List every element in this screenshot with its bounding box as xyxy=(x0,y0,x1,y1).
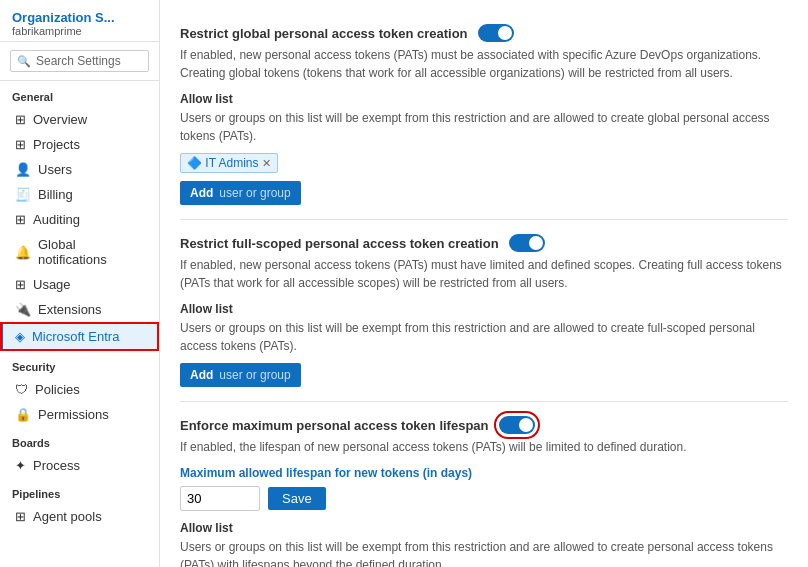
section-label-pipelines: Pipelines xyxy=(0,478,159,504)
main-content: Restrict global personal access token cr… xyxy=(160,0,808,567)
global-pat-title: Restrict global personal access token cr… xyxy=(180,26,468,41)
full-scoped-pat-desc: If enabled, new personal access tokens (… xyxy=(180,256,788,292)
sidebar-item-global-notifications-label: Global notifications xyxy=(38,237,147,267)
sidebar-item-permissions-label: Permissions xyxy=(38,407,109,422)
max-lifespan-field-label: Maximum allowed lifespan for new tokens … xyxy=(180,466,788,480)
global-pat-tags: 🔷 IT Admins ✕ xyxy=(180,153,788,173)
sidebar-item-agent-pools-label: Agent pools xyxy=(33,509,102,524)
sidebar-item-policies[interactable]: 🛡 Policies xyxy=(0,377,159,402)
auditing-icon: ⊞ xyxy=(15,212,26,227)
sidebar-search-area[interactable]: 🔍 Search Settings xyxy=(0,42,159,81)
agent-pools-icon: ⊞ xyxy=(15,509,26,524)
microsoft-entra-icon: ◈ xyxy=(15,329,25,344)
sidebar-item-auditing[interactable]: ⊞ Auditing xyxy=(0,207,159,232)
sidebar-item-agent-pools[interactable]: ⊞ Agent pools xyxy=(0,504,159,529)
toggle-row-max-lifespan: Enforce maximum personal access token li… xyxy=(180,416,788,434)
sidebar-item-microsoft-entra-label: Microsoft Entra xyxy=(32,329,119,344)
full-scoped-allow-list-label: Allow list xyxy=(180,302,788,316)
block-max-lifespan: Enforce maximum personal access token li… xyxy=(180,402,788,567)
global-pat-desc: If enabled, new personal access tokens (… xyxy=(180,46,788,82)
sidebar-item-extensions[interactable]: 🔌 Extensions xyxy=(0,297,159,322)
sidebar-item-users-label: Users xyxy=(38,162,72,177)
block-global-pat: Restrict global personal access token cr… xyxy=(180,10,788,220)
sidebar-item-extensions-label: Extensions xyxy=(38,302,102,317)
sidebar-item-permissions[interactable]: 🔒 Permissions xyxy=(0,402,159,427)
search-input-label: Search Settings xyxy=(36,54,121,68)
global-pat-allow-list-desc: Users or groups on this list will be exe… xyxy=(180,109,788,145)
sidebar-item-global-notifications[interactable]: 🔔 Global notifications xyxy=(0,232,159,272)
tag-it-admins-label: 🔷 IT Admins xyxy=(187,156,258,170)
max-lifespan-allow-list-label: Allow list xyxy=(180,521,788,535)
save-button[interactable]: Save xyxy=(268,487,326,510)
toggle-row-full-scoped: Restrict full-scoped personal access tok… xyxy=(180,234,788,252)
max-lifespan-allow-list-desc: Users or groups on this list will be exe… xyxy=(180,538,788,567)
permissions-icon: 🔒 xyxy=(15,407,31,422)
lifespan-input[interactable] xyxy=(180,486,260,511)
section-label-security: Security xyxy=(0,351,159,377)
global-pat-add-button[interactable]: Add user or group xyxy=(180,181,301,205)
sidebar-item-process-label: Process xyxy=(33,458,80,473)
sidebar: Organization S... fabrikamprime 🔍 Search… xyxy=(0,0,160,567)
sidebar-item-microsoft-entra[interactable]: ◈ Microsoft Entra xyxy=(0,322,159,351)
overview-icon: ⊞ xyxy=(15,112,26,127)
notifications-icon: 🔔 xyxy=(15,245,31,260)
billing-icon: 🧾 xyxy=(15,187,31,202)
usage-icon: ⊞ xyxy=(15,277,26,292)
sidebar-item-projects-label: Projects xyxy=(33,137,80,152)
sidebar-item-billing[interactable]: 🧾 Billing xyxy=(0,182,159,207)
search-icon: 🔍 xyxy=(17,55,31,68)
full-scoped-add-label: Add xyxy=(190,368,213,382)
block-full-scoped-pat: Restrict full-scoped personal access tok… xyxy=(180,220,788,402)
policies-icon: 🛡 xyxy=(15,382,28,397)
search-box[interactable]: 🔍 Search Settings xyxy=(10,50,149,72)
toggle-row-global-pat: Restrict global personal access token cr… xyxy=(180,24,788,42)
users-icon: 👤 xyxy=(15,162,31,177)
sidebar-item-auditing-label: Auditing xyxy=(33,212,80,227)
org-sub: fabrikamprime xyxy=(12,25,147,37)
tag-it-admins-remove[interactable]: ✕ xyxy=(262,157,271,170)
full-scoped-add-sub: user or group xyxy=(219,368,290,382)
org-name: Organization S... xyxy=(12,10,147,25)
sidebar-item-policies-label: Policies xyxy=(35,382,80,397)
global-pat-add-sub: user or group xyxy=(219,186,290,200)
global-pat-allow-list-label: Allow list xyxy=(180,92,788,106)
full-scoped-add-button[interactable]: Add user or group xyxy=(180,363,301,387)
org-header: Organization S... fabrikamprime xyxy=(0,0,159,42)
global-pat-add-label: Add xyxy=(190,186,213,200)
max-lifespan-desc: If enabled, the lifespan of new personal… xyxy=(180,438,788,456)
sidebar-item-overview-label: Overview xyxy=(33,112,87,127)
sidebar-item-users[interactable]: 👤 Users xyxy=(0,157,159,182)
global-pat-toggle[interactable] xyxy=(478,24,514,42)
tag-it-admins: 🔷 IT Admins ✕ xyxy=(180,153,278,173)
lifespan-row: Save xyxy=(180,486,788,511)
process-icon: ✦ xyxy=(15,458,26,473)
sidebar-item-usage-label: Usage xyxy=(33,277,71,292)
sidebar-item-usage[interactable]: ⊞ Usage xyxy=(0,272,159,297)
max-lifespan-title: Enforce maximum personal access token li… xyxy=(180,418,489,433)
section-label-general: General xyxy=(0,81,159,107)
sidebar-item-billing-label: Billing xyxy=(38,187,73,202)
full-scoped-pat-title: Restrict full-scoped personal access tok… xyxy=(180,236,499,251)
sidebar-item-overview[interactable]: ⊞ Overview xyxy=(0,107,159,132)
full-scoped-allow-list-desc: Users or groups on this list will be exe… xyxy=(180,319,788,355)
section-label-boards: Boards xyxy=(0,427,159,453)
extensions-icon: 🔌 xyxy=(15,302,31,317)
sidebar-item-process[interactable]: ✦ Process xyxy=(0,453,159,478)
projects-icon: ⊞ xyxy=(15,137,26,152)
full-scoped-pat-toggle[interactable] xyxy=(509,234,545,252)
max-lifespan-toggle[interactable] xyxy=(499,416,535,434)
sidebar-item-projects[interactable]: ⊞ Projects xyxy=(0,132,159,157)
